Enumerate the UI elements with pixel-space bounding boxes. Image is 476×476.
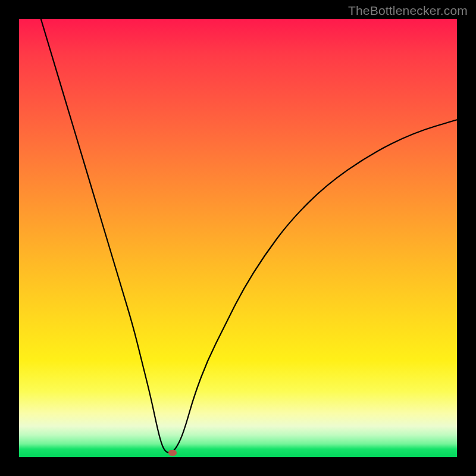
bottleneck-curve bbox=[41, 19, 457, 453]
curve-svg bbox=[19, 19, 457, 457]
optimal-point-marker bbox=[168, 450, 177, 456]
watermark-text: TheBottlenecker.com bbox=[348, 4, 468, 18]
chart-frame: TheBottlenecker.com bbox=[0, 0, 476, 476]
plot-area bbox=[19, 19, 457, 457]
